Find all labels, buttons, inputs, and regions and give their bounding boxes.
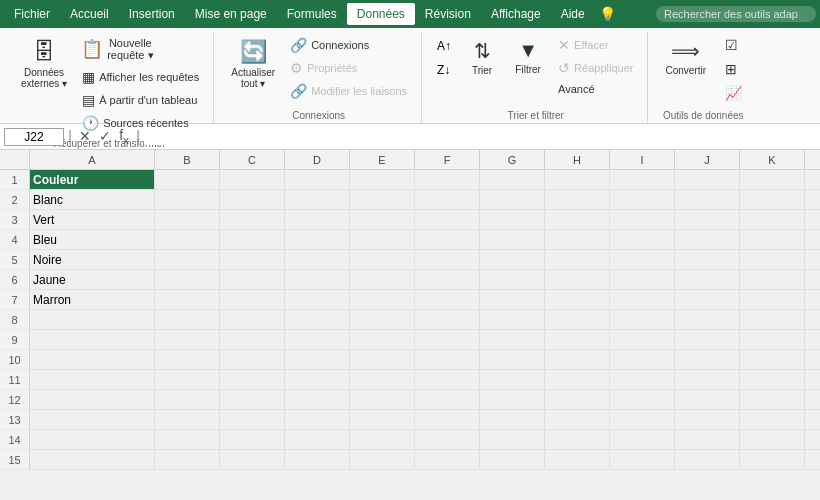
row-number[interactable]: 5 [0,250,30,270]
cell[interactable]: Jaune [30,270,155,290]
cell[interactable] [805,270,820,290]
cell[interactable] [740,190,805,210]
cell[interactable] [285,230,350,250]
cell[interactable] [415,230,480,250]
cell[interactable] [545,170,610,190]
cell[interactable] [285,430,350,450]
cell[interactable] [740,390,805,410]
cell[interactable] [480,190,545,210]
cell[interactable] [155,230,220,250]
col-header-k[interactable]: K [740,150,805,170]
cell[interactable] [30,350,155,370]
cancel-formula-button[interactable]: ✕ [76,128,94,144]
cell[interactable] [285,190,350,210]
cell[interactable] [155,450,220,470]
cell[interactable] [30,330,155,350]
cell[interactable] [480,170,545,190]
cell[interactable] [610,450,675,470]
cell[interactable] [220,390,285,410]
cell[interactable] [740,250,805,270]
cell[interactable] [805,430,820,450]
cell[interactable] [545,430,610,450]
cell[interactable] [740,290,805,310]
row-number[interactable]: 9 [0,330,30,350]
cell[interactable]: Marron [30,290,155,310]
cell[interactable] [805,250,820,270]
row-number[interactable]: 12 [0,390,30,410]
cell[interactable] [155,370,220,390]
confirm-formula-button[interactable]: ✓ [96,128,114,144]
cell[interactable] [220,410,285,430]
sort-button[interactable]: ⇅ Trier [460,34,504,81]
cell[interactable] [610,230,675,250]
cell[interactable] [740,170,805,190]
row-number[interactable]: 6 [0,270,30,290]
cell[interactable] [155,270,220,290]
data-validation-button[interactable]: ☑ [719,34,748,56]
cell[interactable] [610,350,675,370]
cell[interactable] [480,450,545,470]
menu-item-fichier[interactable]: Fichier [4,3,60,25]
cell[interactable] [285,210,350,230]
properties-button[interactable]: ⚙ Propriétés [284,57,413,79]
cell[interactable] [740,450,805,470]
cell[interactable] [220,190,285,210]
cell[interactable] [675,410,740,430]
cell[interactable] [415,430,480,450]
cell[interactable] [220,430,285,450]
col-header-j[interactable]: J [675,150,740,170]
cell[interactable] [545,290,610,310]
cell[interactable] [30,390,155,410]
cell[interactable] [155,170,220,190]
cell[interactable] [220,330,285,350]
cell[interactable]: Noire [30,250,155,270]
new-query-button[interactable]: 📋 Nouvellerequête ▾ [76,34,205,65]
cell[interactable] [545,270,610,290]
cell[interactable] [480,290,545,310]
filter-button[interactable]: ▼ Filtrer [506,34,550,80]
cell[interactable] [480,270,545,290]
cell[interactable] [610,370,675,390]
cell[interactable] [675,350,740,370]
sort-desc-button[interactable]: Z↓ [432,58,458,80]
cell[interactable] [415,250,480,270]
col-header-l[interactable]: L [805,150,820,170]
cell[interactable] [740,270,805,290]
cell[interactable] [675,310,740,330]
cell[interactable] [155,350,220,370]
cell[interactable] [220,350,285,370]
cell[interactable] [610,290,675,310]
insert-function-button[interactable]: fx [116,127,132,146]
cell[interactable] [415,410,480,430]
cell[interactable]: Couleur [30,170,155,190]
cell[interactable] [415,290,480,310]
cell[interactable] [220,310,285,330]
row-number[interactable]: 8 [0,310,30,330]
col-header-f[interactable]: F [415,150,480,170]
from-table-button[interactable]: ▤ À partir d'un tableau [76,89,205,111]
cell[interactable] [285,170,350,190]
cell[interactable]: Vert [30,210,155,230]
cell[interactable] [675,450,740,470]
cell[interactable] [415,390,480,410]
cell[interactable]: Bleu [30,230,155,250]
cell[interactable] [285,290,350,310]
cell[interactable] [740,310,805,330]
cell[interactable] [480,310,545,330]
cell[interactable] [740,210,805,230]
cell[interactable] [480,390,545,410]
cell[interactable] [285,370,350,390]
cell[interactable] [610,210,675,230]
cell[interactable] [480,330,545,350]
row-number[interactable]: 10 [0,350,30,370]
forecast-button[interactable]: 📈 [719,82,748,104]
cell[interactable] [805,450,820,470]
cell[interactable] [545,390,610,410]
cell[interactable] [545,250,610,270]
cell[interactable] [480,430,545,450]
reapply-button[interactable]: ↺ Réappliquer [552,57,639,79]
cell[interactable] [480,230,545,250]
menu-item-aide[interactable]: Aide [551,3,595,25]
cell[interactable] [220,170,285,190]
cell[interactable] [155,210,220,230]
